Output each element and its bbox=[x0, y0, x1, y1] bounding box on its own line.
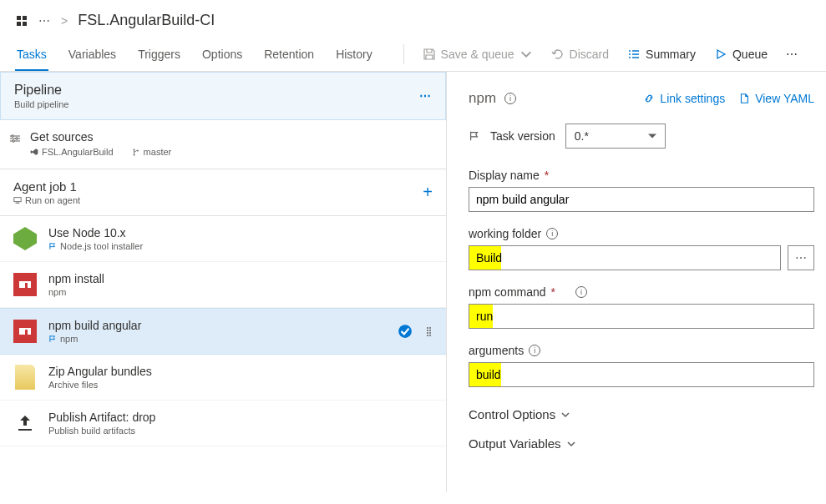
tab-options[interactable]: Options bbox=[200, 38, 244, 71]
nodejs-icon bbox=[13, 227, 37, 250]
task-subtitle: npm bbox=[48, 334, 386, 344]
task-subtitle: Node.js tool installer bbox=[48, 241, 433, 251]
pipeline-header[interactable]: Pipeline Build pipeline ⋯ bbox=[0, 72, 446, 120]
chevron-right-icon: > bbox=[61, 14, 68, 28]
view-yaml-button[interactable]: View YAML bbox=[738, 92, 814, 105]
arguments-input[interactable] bbox=[469, 362, 814, 387]
task-subtitle: Publish build artifacts bbox=[48, 426, 433, 436]
required-marker: * bbox=[551, 285, 555, 299]
flag-icon bbox=[48, 335, 57, 343]
svg-rect-2 bbox=[17, 22, 21, 26]
flag-icon bbox=[48, 242, 57, 250]
svg-point-6 bbox=[13, 140, 15, 143]
svg-point-12 bbox=[398, 325, 412, 338]
link-settings-button[interactable]: Link settings bbox=[643, 92, 725, 105]
save-queue-button[interactable]: Save & queue bbox=[416, 43, 540, 66]
summary-button[interactable]: Summary bbox=[621, 43, 702, 66]
svg-rect-1 bbox=[23, 16, 27, 20]
pipelines-icon[interactable] bbox=[15, 14, 28, 28]
task-row[interactable]: Zip Angular bundlesArchive files bbox=[0, 355, 446, 401]
svg-rect-9 bbox=[25, 283, 28, 288]
task-row[interactable]: npm build angularnpm bbox=[0, 308, 446, 355]
svg-rect-11 bbox=[25, 330, 28, 335]
tab-retention[interactable]: Retention bbox=[262, 38, 316, 71]
svg-rect-7 bbox=[14, 198, 21, 202]
task-row[interactable]: Publish Artifact: dropPublish build arti… bbox=[0, 401, 446, 446]
task-detail-title: npm bbox=[469, 90, 496, 107]
discard-button[interactable]: Discard bbox=[545, 43, 616, 66]
arguments-label: arguments bbox=[469, 344, 524, 357]
save-icon bbox=[423, 48, 436, 61]
task-subtitle: npm bbox=[48, 287, 433, 297]
task-title: npm install bbox=[48, 272, 433, 285]
working-folder-label: working folder bbox=[469, 227, 541, 240]
tab-tasks[interactable]: Tasks bbox=[15, 38, 48, 71]
browse-folder-button[interactable]: ⋯ bbox=[788, 245, 814, 270]
task-version-select[interactable]: 0.* bbox=[565, 123, 666, 149]
svg-point-4 bbox=[12, 135, 14, 138]
breadcrumb-ellipsis[interactable]: ⋯ bbox=[38, 14, 51, 28]
pipeline-more-button[interactable]: ⋯ bbox=[419, 89, 432, 103]
undo-icon bbox=[551, 48, 565, 61]
more-actions-button[interactable]: ⋯ bbox=[779, 43, 804, 66]
task-subtitle: Archive files bbox=[48, 380, 433, 390]
list-icon bbox=[627, 48, 641, 61]
info-icon[interactable]: i bbox=[546, 228, 558, 239]
pipeline-subtitle: Build pipeline bbox=[14, 99, 68, 109]
job-subtitle: Run on agent bbox=[13, 195, 80, 205]
npm-icon bbox=[13, 320, 37, 343]
agent-icon bbox=[13, 196, 22, 204]
get-sources-row[interactable]: Get sources FSL.AngularBuild master bbox=[0, 120, 446, 169]
settings-icon bbox=[8, 132, 22, 148]
upload-icon bbox=[13, 411, 37, 435]
svg-rect-0 bbox=[17, 16, 21, 20]
branch-icon bbox=[132, 148, 140, 156]
npm-icon bbox=[13, 273, 37, 296]
tab-history[interactable]: History bbox=[334, 38, 374, 71]
add-task-button[interactable]: + bbox=[423, 183, 433, 202]
agent-job-header[interactable]: Agent job 1 Run on agent + bbox=[0, 169, 446, 216]
svg-rect-3 bbox=[23, 22, 27, 26]
queue-button[interactable]: Queue bbox=[707, 43, 774, 66]
repo-name: FSL.AngularBuild bbox=[30, 147, 114, 157]
play-icon bbox=[714, 48, 727, 61]
svg-point-5 bbox=[16, 138, 18, 140]
task-row[interactable]: Use Node 10.xNode.js tool installer bbox=[0, 216, 446, 262]
archive-icon bbox=[15, 365, 35, 390]
display-name-input[interactable] bbox=[469, 187, 814, 212]
tab-variables[interactable]: Variables bbox=[67, 38, 118, 71]
ellipsis-icon: ⋯ bbox=[786, 48, 798, 61]
info-icon[interactable]: i bbox=[529, 345, 540, 356]
vs-icon bbox=[30, 148, 38, 156]
chevron-down-icon bbox=[566, 439, 576, 449]
task-version-label: Task version bbox=[490, 129, 555, 143]
display-name-label: Display name bbox=[469, 169, 540, 182]
working-folder-input[interactable] bbox=[469, 245, 781, 270]
get-sources-title: Get sources bbox=[30, 130, 171, 144]
task-row[interactable]: npm installnpm bbox=[0, 262, 446, 308]
pipeline-title: Pipeline bbox=[14, 83, 68, 98]
output-variables-section[interactable]: Output Variables bbox=[469, 431, 826, 456]
flag-icon bbox=[469, 130, 480, 142]
drag-handle[interactable] bbox=[424, 327, 433, 336]
task-title: Zip Angular bundles bbox=[48, 365, 433, 378]
breadcrumb-title: FSL.AngularBuild-CI bbox=[78, 12, 215, 29]
task-title: Publish Artifact: drop bbox=[48, 411, 433, 424]
control-options-section[interactable]: Control Options bbox=[469, 402, 826, 426]
npm-command-label: npm command bbox=[469, 285, 546, 299]
task-title: Use Node 10.x bbox=[48, 226, 433, 239]
chevron-down-icon bbox=[519, 48, 533, 61]
job-title: Agent job 1 bbox=[13, 179, 80, 194]
chevron-down-icon bbox=[560, 410, 570, 420]
npm-command-input[interactable] bbox=[469, 304, 814, 329]
check-icon bbox=[398, 324, 413, 339]
required-marker: * bbox=[545, 169, 549, 182]
yaml-icon bbox=[738, 93, 750, 104]
link-icon bbox=[643, 93, 655, 104]
separator bbox=[403, 44, 404, 64]
info-icon[interactable]: i bbox=[575, 286, 587, 298]
task-title: npm build angular bbox=[48, 319, 386, 332]
info-icon[interactable]: i bbox=[504, 93, 516, 104]
branch-name: master bbox=[132, 147, 172, 157]
tab-triggers[interactable]: Triggers bbox=[136, 38, 182, 71]
